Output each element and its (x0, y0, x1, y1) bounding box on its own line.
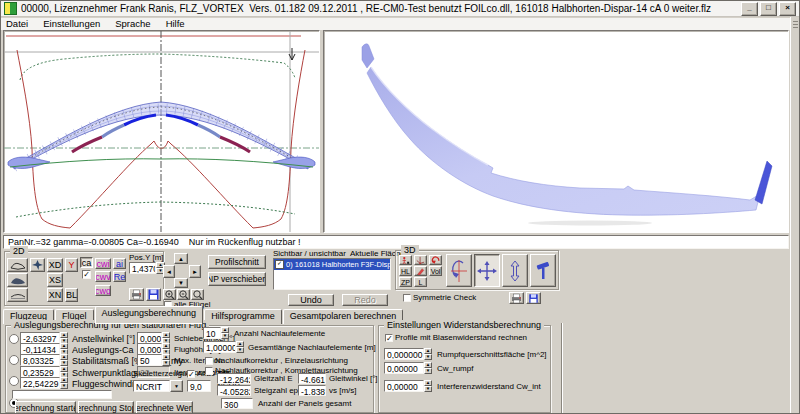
wing-solid-view-button[interactable] (7, 273, 28, 287)
axes-icon (415, 256, 426, 265)
front-view-button[interactable] (7, 288, 28, 302)
l-button[interactable]: L (414, 277, 427, 287)
korrektur-komplett-checkbox[interactable] (205, 367, 213, 375)
symmetrie-check-checkbox[interactable] (403, 294, 411, 302)
zoom-out-button[interactable] (177, 289, 190, 300)
cw-int-field[interactable]: 0,00000 (384, 380, 424, 392)
menu-datei[interactable]: Datei (6, 18, 28, 30)
undo-button[interactable]: Undo (288, 294, 334, 306)
rumpfflaeche-field[interactable]: 0,000000 (384, 348, 424, 360)
spin-down[interactable]: ▼ (424, 354, 432, 360)
print-2d-button[interactable] (129, 288, 144, 301)
cwv-button[interactable]: cwv (95, 271, 111, 282)
surface-list-item[interactable]: ✓ 0) 161018 Halbhorten F3F-Dispar-14-cA=… (274, 259, 390, 270)
profile-view-button[interactable] (7, 258, 28, 272)
hl-button[interactable]: HL (399, 266, 412, 276)
gesamtlaenge-field[interactable]: 1,00000 (203, 341, 236, 353)
bl-button[interactable]: BL (65, 288, 78, 302)
fluggeschwindigkeit-field[interactable]: 22,54229 (20, 377, 60, 389)
figure-button[interactable] (399, 255, 412, 265)
zoom-reset-button[interactable] (191, 289, 204, 300)
ai-button[interactable]: ai (113, 258, 126, 269)
minimize-button[interactable]: _ (741, 2, 758, 16)
zoom-3d-button[interactable] (502, 254, 528, 287)
menu-hilfe[interactable]: Hilfe (166, 18, 185, 30)
maximize-button[interactable]: □ (760, 2, 777, 16)
menu-einstellungen[interactable]: Einstellungen (43, 18, 100, 30)
stabilitaet-radio[interactable] (9, 376, 19, 386)
cwg-button[interactable]: cwg (95, 285, 111, 296)
np-verschieben-button[interactable]: NP verschieben (208, 272, 266, 286)
redo-button[interactable]: Redo (342, 294, 388, 306)
tab-hilfsprogramme[interactable]: Hilfsprogramme (204, 309, 282, 324)
close-button[interactable]: × (779, 2, 796, 16)
stabilitaet-field[interactable]: 8,03325 (20, 354, 60, 366)
3d-view-panel[interactable] (323, 30, 789, 233)
max-iteration-field[interactable]: 50 (137, 354, 162, 366)
app-icon (4, 2, 17, 15)
spin-down[interactable]: ▼ (424, 386, 432, 392)
y-button[interactable]: Y (65, 258, 78, 272)
surface-visible-checkbox[interactable]: ✓ (275, 260, 284, 269)
spin-down[interactable]: ▼ (60, 383, 68, 389)
left-arrow-icon: ◄ (166, 269, 172, 275)
zoom-in-icon (164, 289, 175, 300)
re-button[interactable]: Re (113, 271, 126, 282)
korrektur-einzel-checkbox[interactable] (205, 357, 213, 365)
spin-down[interactable]: ▼ (424, 368, 432, 374)
spin-down[interactable]: ▼ (236, 347, 244, 353)
zoom-in-button[interactable] (163, 289, 176, 300)
pencil-button[interactable] (414, 266, 427, 276)
plane-view-button[interactable] (30, 258, 45, 272)
anstellwinkel-label: Anstellwinkel [°] (72, 334, 135, 344)
zp-button[interactable]: ZP (399, 277, 412, 287)
berechnete-werte-button[interactable]: Berechnete Werte (136, 401, 193, 414)
xn-button[interactable]: XN (47, 288, 63, 302)
xs-button[interactable]: XS (47, 273, 63, 287)
save-3d-button[interactable] (526, 292, 541, 304)
pos-y-field[interactable]: 1,43701 (129, 262, 156, 274)
tab-auslegungsberechnung[interactable]: Auslegungsberechnung (95, 306, 204, 324)
menu-sprache[interactable]: Sprache (115, 18, 150, 30)
rotate-3d-button[interactable] (446, 254, 472, 287)
right-edge-scrollbar[interactable] (790, 17, 800, 414)
combo-dropdown-button[interactable]: ▼ (170, 380, 183, 392)
toolbar-2d-group: 2D XD XS XN Y BL ca ✓ cwi cwv cwg ai Re … (4, 251, 164, 306)
pan-right-button[interactable]: ► (189, 265, 201, 278)
ncrit-field[interactable]: 9,0 (187, 380, 211, 392)
hammer-icon (534, 261, 552, 281)
widerstand-group-label: Einstellungen Widerstandsberechnung (384, 320, 544, 330)
print-3d-button[interactable] (509, 292, 524, 304)
widerstand-group: Einstellungen Widerstandsberechnung ✓ Pr… (378, 325, 551, 413)
skelett-combo[interactable]: NCRIT ▼ (133, 380, 183, 392)
save-2d-button[interactable] (146, 288, 161, 301)
ca-button[interactable]: ca (80, 257, 93, 268)
axes-button[interactable] (414, 255, 427, 265)
blasenwiderstand-checkbox[interactable]: ✓ (385, 334, 393, 342)
pan-left-button[interactable]: ◄ (163, 265, 175, 278)
cwi-button[interactable]: cwi (95, 258, 111, 269)
cw-rumpf-field[interactable]: 0,00000 (384, 362, 424, 374)
progress-bar (12, 390, 112, 399)
2d-plot-panel[interactable] (3, 30, 320, 233)
gleitzahl-field: -12,26425 (217, 373, 251, 384)
spin-down[interactable]: ▼ (221, 333, 229, 339)
surfaces-listbox[interactable]: ✓ 0) 161018 Halbhorten F3F-Dispar-14-cA=… (273, 258, 391, 290)
profilschnitt-button[interactable]: Profilschnitt (208, 255, 266, 269)
berechnung-stopp-button[interactable]: Berechnung Stopp (78, 401, 134, 414)
berechnung-starten-button[interactable]: Berechnung starten (15, 401, 76, 414)
undo-view-button[interactable] (429, 255, 442, 265)
anstellwinkel-radio[interactable] (9, 334, 19, 344)
build-3d-button[interactable] (530, 254, 556, 287)
alfa0-tat-checkbox[interactable]: ✓ (187, 370, 195, 378)
titlebar: 00000, Lizenznehmer Frank Ranis, FLZ_VOR… (1, 1, 799, 17)
pan-down-button[interactable]: ▼ (174, 278, 188, 288)
anzahl-nachlauf-field[interactable]: 10 (203, 327, 221, 339)
auslegungs-ca-radio[interactable] (9, 355, 19, 365)
ca-checkbox[interactable]: ✓ (82, 270, 91, 279)
panels-field[interactable]: 360 (221, 398, 253, 409)
vol-button[interactable]: Vol (429, 266, 442, 276)
pan-3d-button[interactable] (474, 254, 500, 287)
xd-button[interactable]: XD (47, 258, 63, 272)
pan-up-button[interactable]: ▲ (174, 253, 188, 264)
